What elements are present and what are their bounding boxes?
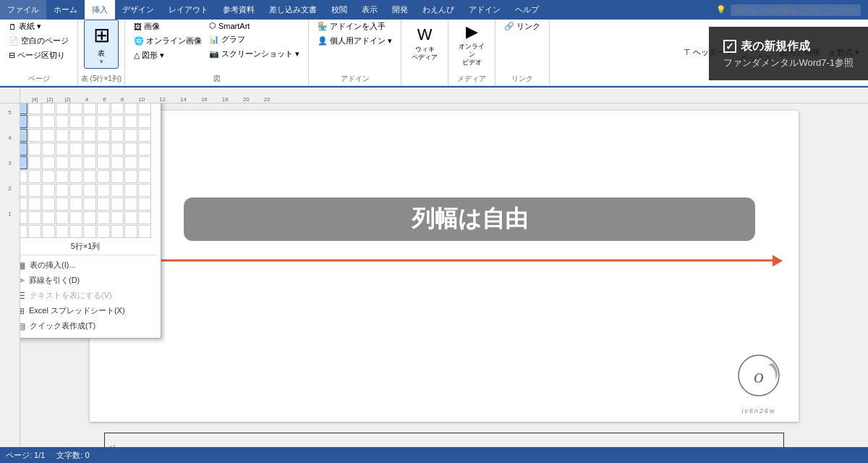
grid-cell[interactable] [56,225,69,238]
grid-cell[interactable] [138,156,151,169]
screenshot-button[interactable]: 📷 スクリーンショット ▾ [206,47,302,61]
grid-cell[interactable] [42,143,55,156]
grid-cell[interactable] [97,225,110,238]
shapes-button[interactable]: △ 図形 ▾ [131,48,205,62]
grid-cell[interactable] [28,143,41,156]
grid-cell[interactable] [42,184,55,197]
grid-cell[interactable] [20,184,27,197]
grid-cell[interactable] [124,184,137,197]
grid-cell[interactable] [42,129,55,142]
grid-cell[interactable] [20,225,27,238]
grid-cell[interactable] [97,115,110,128]
grid-cell[interactable] [28,170,41,183]
grid-cell[interactable] [83,115,96,128]
grid-cell[interactable] [111,156,124,169]
grid-cell[interactable] [42,197,55,211]
document-page[interactable]: 列幅は自由 ↵ ↵ ↵ ↵ [90,111,799,422]
grid-cell[interactable] [56,211,69,224]
get-addin-button[interactable]: 🏪 アドインを入手 [315,20,395,33]
tab-waenbi[interactable]: わえんび [415,0,461,20]
grid-cell[interactable] [124,225,137,238]
grid-cell[interactable] [124,103,137,114]
grid-cell[interactable] [56,170,69,183]
tab-file[interactable]: ファイル [0,0,46,20]
grid-cell[interactable] [28,184,41,197]
grid-cell[interactable] [124,115,137,128]
grid-cell[interactable] [97,197,110,211]
online-image-button[interactable]: 🌐 オンライン画像 [131,34,205,48]
grid-cell[interactable] [42,103,55,114]
grid-cell[interactable] [56,103,69,114]
menu-item-insert_table[interactable]: ▦表の挿入(I)... [20,258,156,273]
grid-cell[interactable] [42,225,55,238]
grid-cell[interactable] [83,156,96,169]
grid-cell[interactable] [97,143,110,156]
grid-cell[interactable] [69,129,82,142]
table-grid-popup[interactable]: 5行×1列 ▦表の挿入(I)...✏罫線を引く(D)☰テキストを表にする(V)⊞… [20,103,161,339]
grid-cell[interactable] [20,115,27,128]
grid-cell[interactable] [56,197,69,211]
grid-cell[interactable] [20,211,27,224]
grid-cell[interactable] [83,103,96,114]
grid-cell[interactable] [42,170,55,183]
tab-addin[interactable]: アドイン [461,0,508,20]
grid-cell[interactable] [42,156,55,169]
grid-cell[interactable] [83,197,96,211]
menu-item-excel_sheet[interactable]: ⊞Excel スプレッドシート(X) [20,303,156,318]
grid-cell[interactable] [69,225,82,238]
grid-cell[interactable] [124,143,137,156]
grid-cell[interactable] [20,170,27,183]
grid-cell[interactable] [111,129,124,142]
grid-cell[interactable] [20,129,27,142]
menu-item-draw_table[interactable]: ✏罫線を引く(D) [20,273,156,288]
grid-cell[interactable] [138,129,151,142]
grid-cell[interactable] [83,211,96,224]
grid-cell[interactable] [124,156,137,169]
tab-insert[interactable]: 挿入 [85,0,115,20]
grid-cell[interactable] [138,211,151,224]
grid-cell[interactable] [28,115,41,128]
grid-cell[interactable] [138,103,151,114]
grid-cell[interactable] [28,129,41,142]
grid-cell[interactable] [28,156,41,169]
grid-cell[interactable] [111,115,124,128]
grid-cell[interactable] [56,129,69,142]
grid-cell[interactable] [97,170,110,183]
grid-cell[interactable] [20,143,27,156]
grid-cell[interactable] [111,143,124,156]
link-button[interactable]: 🔗 リンク [501,20,543,33]
chart-button[interactable]: 📊 グラフ [206,33,302,46]
grid-cell[interactable] [97,156,110,169]
wikipedia-button[interactable]: W ウィキペディア [407,20,442,67]
grid-cell[interactable] [69,156,82,169]
grid-cell[interactable] [138,170,151,183]
grid-cell[interactable] [138,225,151,238]
grid-cell[interactable] [69,211,82,224]
grid-cell[interactable] [69,197,82,211]
smartart-button[interactable]: ⬡ SmartArt [206,20,302,32]
grid-cell[interactable] [83,143,96,156]
tab-mailings[interactable]: 差し込み文書 [262,0,324,20]
tab-home[interactable]: ホーム [46,0,85,20]
tab-dev[interactable]: 開発 [385,0,415,20]
cover-page-button[interactable]: 🗒 表紙 ▾ [6,20,72,33]
grid-cell[interactable] [28,103,41,114]
tab-references[interactable]: 参考資料 [216,0,262,20]
grid-cell[interactable] [42,211,55,224]
tab-help[interactable]: ヘルプ [508,0,546,20]
grid-cell[interactable] [42,115,55,128]
grid-cell[interactable] [111,184,124,197]
grid-cell[interactable] [83,225,96,238]
grid-cell[interactable] [138,184,151,197]
grid-cell[interactable] [20,103,27,114]
grid-cell[interactable] [97,129,110,142]
grid-cell[interactable] [138,197,151,211]
grid-cell[interactable] [20,197,27,211]
menu-item-quick_table[interactable]: ▤クイック表作成(T) [20,318,156,334]
tab-design[interactable]: デザイン [115,0,161,20]
grid-cell[interactable] [20,156,27,169]
grid-cell[interactable] [124,129,137,142]
grid-cell[interactable] [97,211,110,224]
grid-cell[interactable] [124,170,137,183]
blank-page-button[interactable]: 📄 空白のページ [6,34,72,48]
